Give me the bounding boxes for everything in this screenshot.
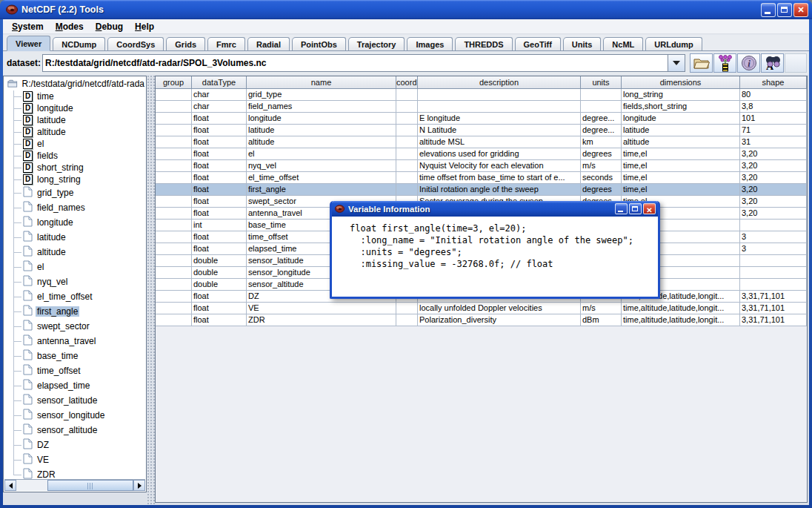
cell <box>581 101 622 113</box>
tree-item-time[interactable]: Dtime <box>4 90 146 102</box>
scrollbar-thumb[interactable] <box>47 480 133 491</box>
column-header-shape[interactable]: shape <box>740 76 807 88</box>
cell <box>156 208 192 220</box>
cell: Initial rotation angle of the sweep <box>418 184 581 196</box>
tree-item-altitude[interactable]: Daltitude <box>4 126 146 138</box>
menu-debug[interactable]: Debug <box>90 20 129 33</box>
dialog-close-button[interactable]: ✕ <box>643 203 656 214</box>
tree-item-el[interactable]: Del <box>4 138 146 150</box>
tree-item-time-offset[interactable]: time_offset <box>4 363 146 378</box>
tree-item-longitude[interactable]: longitude <box>4 215 146 230</box>
menu-modes[interactable]: Modes <box>50 20 90 33</box>
tree-item-long-string[interactable]: Dlong_string <box>4 174 146 185</box>
tree-item-sensor-altitude[interactable]: sensor_altitude <box>4 423 146 438</box>
open-file-button[interactable] <box>690 53 713 73</box>
column-header-name[interactable]: name <box>247 76 396 88</box>
table-row-field-names[interactable]: charfield_namesfields,short_string3,8 <box>156 101 807 113</box>
tab-fmrc[interactable]: Fmrc <box>207 37 245 50</box>
scroll-right-button[interactable] <box>133 480 145 491</box>
tree-item-fields[interactable]: Dfields <box>4 150 146 162</box>
tree-item-longitude[interactable]: Dlongitude <box>4 102 146 114</box>
table-row-longitude[interactable]: floatlongitudeE longitudedegree...longit… <box>156 113 807 125</box>
column-header-datatype[interactable]: dataType <box>192 76 247 88</box>
tab-viewer[interactable]: Viewer <box>7 36 50 51</box>
tab-images[interactable]: Images <box>407 37 453 50</box>
tree-item-antenna-travel[interactable]: antenna_travel <box>4 334 146 349</box>
table-row-ve[interactable]: floatVElocally unfolded Doppler velociti… <box>156 303 807 314</box>
minimize-button[interactable] <box>761 3 776 17</box>
table-row-el-time-offset[interactable]: floatel_time_offsettime offset from base… <box>156 172 807 184</box>
dataset-dropdown-button[interactable] <box>668 54 685 72</box>
table-row-grid-type[interactable]: chargrid_typelong_string80 <box>156 89 807 101</box>
tree-item-short-string[interactable]: Dshort_string <box>4 162 146 174</box>
tab-trajectory[interactable]: Trajectory <box>348 37 405 50</box>
tree-item-label: el <box>36 139 45 149</box>
column-header-coords[interactable]: coordS... <box>396 76 418 88</box>
maximize-button[interactable] <box>777 3 792 17</box>
tab-radial[interactable]: Radial <box>247 37 290 50</box>
tree-item-sensor-longitude[interactable]: sensor_longitude <box>4 408 146 423</box>
dialog-title-bar[interactable]: Variable Information ✕ <box>332 201 658 217</box>
minimize-icon <box>618 211 623 212</box>
tree-item-grid-type[interactable]: grid_type <box>4 185 146 200</box>
scrollbar-track[interactable] <box>16 480 133 491</box>
tree-item-latitude[interactable]: latitude <box>4 230 146 245</box>
tab-pointobs[interactable]: PointObs <box>292 37 346 50</box>
tree-item-ve[interactable]: VE <box>4 452 146 467</box>
dialog-minimize-button[interactable] <box>615 203 628 214</box>
cell: float <box>192 125 247 136</box>
column-header-group[interactable]: group <box>156 76 192 88</box>
title-bar[interactable]: NetCDF (2.2) Tools ✕ <box>0 0 812 19</box>
tree-item-latitude[interactable]: Dlatitude <box>4 114 146 126</box>
table-row-latitude[interactable]: floatlatitudeN Latitudedegree...latitude… <box>156 125 807 136</box>
tree-item-altitude[interactable]: altitude <box>4 245 146 260</box>
cell: nyq_vel <box>247 160 396 172</box>
tab-ncdump[interactable]: NCDump <box>53 37 105 50</box>
tree-item-elapsed-time[interactable]: elapsed_time <box>4 378 146 393</box>
tab-geotiff[interactable]: GeoTiff <box>515 37 561 50</box>
app-window: NetCDF (2.2) Tools ✕ SystemModesDebugHel… <box>0 0 812 508</box>
cell: 3,31,71,101 <box>740 303 807 314</box>
dialog-maximize-button[interactable] <box>629 203 642 214</box>
tree-item-field-names[interactable]: field_names <box>4 200 146 215</box>
find-button[interactable]: A <box>761 53 784 73</box>
tree-item-base-time[interactable]: base_time <box>4 349 146 363</box>
tree-item-dz[interactable]: DZ <box>4 438 146 452</box>
tree-item-label: longitude <box>36 103 75 113</box>
split-pane-divider[interactable] <box>147 75 155 505</box>
tree-item-nyq-vel[interactable]: nyq_vel <box>4 274 146 289</box>
tree-item-sensor-latitude[interactable]: sensor_latitude <box>4 393 146 408</box>
tab-coordsys[interactable]: CoordSys <box>107 37 164 50</box>
dataset-input[interactable] <box>42 54 668 72</box>
tree-item-label: latitude <box>36 232 67 243</box>
info-button[interactable]: i <box>737 53 760 73</box>
tree-item-el[interactable]: el <box>4 260 146 274</box>
coordsys-button[interactable] <box>713 53 736 73</box>
tab-ncml[interactable]: NcML <box>603 37 643 50</box>
tree-item-el-time-offset[interactable]: el_time_offset <box>4 289 146 304</box>
cell <box>156 148 192 160</box>
tree-horizontal-scrollbar[interactable] <box>4 479 145 491</box>
table-row-altitude[interactable]: floataltitudealtitude MSLkmaltitude31 <box>156 136 807 148</box>
tree-item-label: time_offset <box>36 366 81 376</box>
tree-item-swept-sector[interactable]: swept_sector <box>4 319 146 334</box>
column-header-dimensions[interactable]: dimensions <box>622 76 740 88</box>
table-row-zdr[interactable]: floatZDRPolarization_diversitydBmtime,al… <box>156 314 807 326</box>
column-header-description[interactable]: description <box>418 76 581 88</box>
menu-help[interactable]: Help <box>129 20 160 33</box>
close-button[interactable]: ✕ <box>793 3 808 17</box>
tree-item-first-angle[interactable]: first_angle <box>4 304 146 319</box>
tab-grids[interactable]: Grids <box>166 37 205 50</box>
tab-thredds[interactable]: THREDDS <box>455 37 512 50</box>
cell: altitude MSL <box>418 136 581 148</box>
scroll-left-button[interactable] <box>4 480 16 491</box>
tree-root[interactable]: R:/testdata/grid/netcdf/atd-rada <box>4 76 146 90</box>
column-header-units[interactable]: units <box>581 76 622 88</box>
table-row-first-angle[interactable]: floatfirst_angleInitial rotation angle o… <box>156 184 807 196</box>
menu-system[interactable]: System <box>6 20 50 33</box>
table-row-el[interactable]: floatelelevations used for griddingdegre… <box>156 148 807 160</box>
tab-units[interactable]: Units <box>563 37 602 50</box>
info-icon: i <box>741 55 757 71</box>
table-row-nyq-vel[interactable]: floatnyq_velNyquist Velocity for each el… <box>156 160 807 172</box>
tab-urldump[interactable]: URLdump <box>645 37 702 50</box>
